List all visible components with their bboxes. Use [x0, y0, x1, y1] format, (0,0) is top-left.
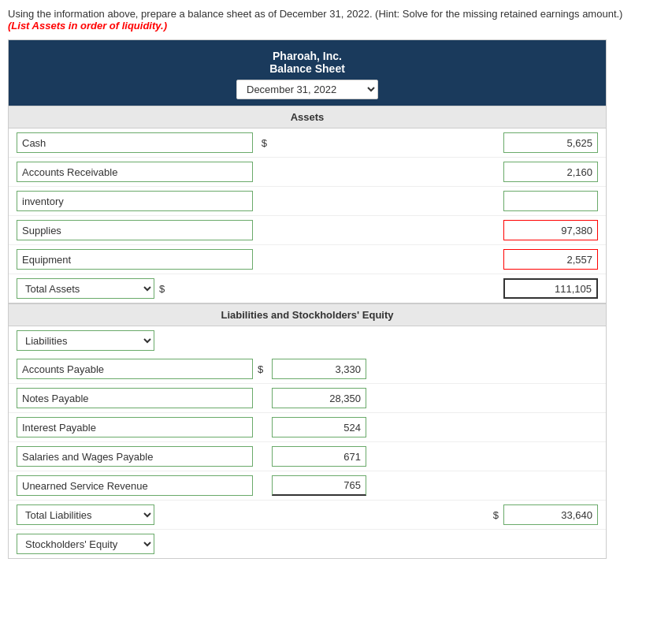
accounts-receivable-label[interactable] — [17, 162, 253, 182]
liabilities-select[interactable]: Liabilities — [17, 330, 154, 351]
interest-payable-label[interactable] — [17, 417, 253, 437]
notes-payable-row: $ — [9, 384, 606, 413]
total-liabilities-select[interactable]: Total Liabilities — [17, 504, 154, 525]
inventory-label[interactable] — [17, 191, 253, 211]
stockholders-equity-select[interactable]: Stockholders' Equity — [17, 534, 154, 554]
instruction-line2: (List Assets in order of liquidity.) — [8, 20, 167, 32]
unearned-service-revenue-value[interactable] — [272, 475, 366, 496]
unearned-service-revenue-row: $ — [9, 471, 606, 501]
cash-dollar: $ — [258, 137, 267, 149]
total-liabilities-value[interactable] — [503, 504, 598, 525]
notes-payable-value[interactable] — [272, 388, 366, 408]
liabilities-header-row: Liabilities — [9, 326, 606, 355]
equipment-row — [9, 245, 606, 274]
cash-label[interactable] — [17, 132, 253, 153]
unearned-service-revenue-label[interactable] — [17, 475, 253, 496]
liab-equity-header: Liabilities and Stockholders' Equity — [9, 303, 606, 326]
accounts-payable-value[interactable] — [272, 359, 366, 379]
salaries-wages-label[interactable] — [17, 446, 253, 467]
company-name: Pharoah, Inc. — [9, 50, 606, 62]
interest-payable-value[interactable] — [272, 417, 366, 437]
total-liabilities-dollar: $ — [493, 509, 499, 521]
instructions: Using the information above, prepare a b… — [8, 8, 664, 32]
equipment-label[interactable] — [17, 249, 253, 270]
notes-payable-label[interactable] — [17, 388, 253, 408]
total-liabilities-row: Total Liabilities $ — [9, 501, 606, 530]
accounts-receivable-value[interactable] — [503, 162, 598, 182]
total-assets-dollar: $ — [159, 283, 169, 295]
assets-header: Assets — [9, 106, 606, 128]
accounts-payable-dollar: $ — [258, 363, 267, 375]
accounts-payable-row: $ — [9, 355, 606, 384]
balance-sheet: Pharoah, Inc. Balance Sheet December 31,… — [8, 39, 607, 559]
total-assets-value[interactable] — [503, 278, 598, 299]
supplies-value[interactable] — [503, 220, 598, 240]
salaries-wages-payable-row: $ — [9, 442, 606, 471]
inventory-value[interactable] — [503, 191, 598, 211]
supplies-row — [9, 216, 606, 245]
date-select[interactable]: December 31, 2022 — [236, 80, 378, 99]
sheet-header: Pharoah, Inc. Balance Sheet December 31,… — [9, 40, 606, 106]
stockholders-equity-row: Stockholders' Equity — [9, 530, 606, 558]
sheet-title: Balance Sheet — [9, 62, 606, 75]
total-assets-row: Total Assets $ — [9, 274, 606, 303]
total-assets-select[interactable]: Total Assets — [17, 278, 154, 299]
accounts-receivable-row — [9, 158, 606, 187]
supplies-label[interactable] — [17, 220, 253, 240]
inventory-row — [9, 187, 606, 216]
salaries-wages-value[interactable] — [272, 446, 366, 467]
instruction-line1: Using the information above, prepare a b… — [8, 8, 622, 20]
equipment-value[interactable] — [503, 249, 598, 270]
cash-value[interactable] — [503, 132, 598, 153]
accounts-payable-label[interactable] — [17, 359, 253, 379]
cash-row: $ — [9, 128, 606, 158]
interest-payable-row: $ — [9, 413, 606, 442]
